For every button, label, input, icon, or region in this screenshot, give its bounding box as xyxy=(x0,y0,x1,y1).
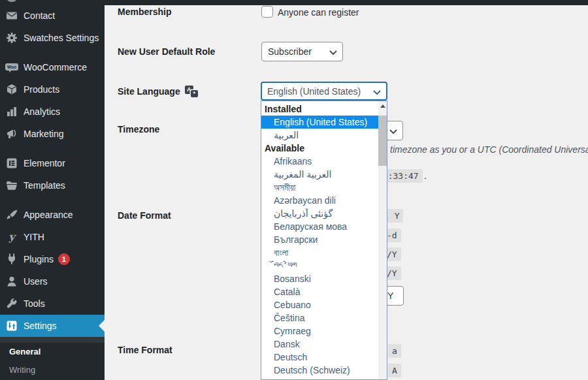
sidebar-item-yith[interactable]: y YITH xyxy=(0,226,105,248)
sidebar-item-label: Analytics xyxy=(24,106,60,117)
default-role-select[interactable]: Subscriber xyxy=(261,42,343,61)
sidebar-item-label: Appearance xyxy=(24,210,73,220)
admin-sidebar: Contact Swatches Settings Woo WooCommerc… xyxy=(0,0,105,380)
sidebar-item-label: YITH xyxy=(24,232,44,242)
site-language-value: English (United States) xyxy=(267,86,361,97)
site-language-dropdown-list: Installed English (United States) العربي… xyxy=(261,101,387,380)
sidebar-item-label: Elementor xyxy=(24,158,65,168)
menu-separator xyxy=(0,49,105,56)
submenu-item-general[interactable]: General xyxy=(0,343,105,361)
chevron-down-icon xyxy=(373,90,381,95)
woocommerce-icon: Woo xyxy=(0,61,24,74)
sidebar-item-users[interactable]: Users xyxy=(0,270,105,293)
site-language-label: Site LanguageA* xyxy=(118,86,201,99)
language-group-header: Available xyxy=(261,142,378,155)
language-option[interactable]: العربية xyxy=(261,129,378,142)
sidebar-item-woocommerce[interactable]: Woo WooCommerce xyxy=(0,56,105,78)
dropdown-scrollbar[interactable] xyxy=(378,101,387,379)
default-role-value: Subscriber xyxy=(268,46,312,57)
sidebar-item-contact[interactable]: Contact xyxy=(0,5,105,27)
sidebar-item-label: Marketing xyxy=(24,129,63,139)
envelope-icon xyxy=(0,9,24,22)
sidebar-item-label: Templates xyxy=(24,180,65,191)
language-option[interactable]: Azərbaycan dili xyxy=(261,194,378,207)
anyone-can-register-checkbox[interactable] xyxy=(261,6,273,18)
time-format-label: Time Format xyxy=(118,345,172,355)
folder-icon xyxy=(0,179,24,192)
language-option[interactable]: অসমীয়া xyxy=(261,181,378,194)
yith-icon: y xyxy=(0,230,24,244)
sidebar-item-label: Swatches Settings xyxy=(24,33,99,43)
language-option[interactable]: العربية المغربية xyxy=(261,168,378,181)
box-icon xyxy=(0,83,24,96)
sidebar-item-label: Settings xyxy=(24,321,57,331)
site-language-select[interactable]: English (United States) xyxy=(261,82,387,101)
anyone-can-register-label[interactable]: Anyone can register xyxy=(278,7,359,18)
sidebar-item-tools[interactable]: Tools xyxy=(0,293,105,315)
elementor-icon xyxy=(0,157,24,170)
language-option-selected[interactable]: English (United States) xyxy=(261,116,378,129)
language-option[interactable]: བོད་ཡིག xyxy=(261,259,378,272)
user-icon xyxy=(0,275,24,288)
language-option[interactable]: Čeština xyxy=(261,311,378,325)
sidebar-item-products[interactable]: Products xyxy=(0,78,105,101)
cropped-icon xyxy=(7,0,17,2)
language-option[interactable]: Deutsch xyxy=(261,351,378,364)
wrench-icon xyxy=(0,297,24,310)
plug-icon xyxy=(0,253,24,266)
chevron-down-icon xyxy=(329,50,337,55)
sidebar-item-label: Products xyxy=(24,84,59,95)
language-option[interactable]: Cebuano xyxy=(261,298,378,311)
svg-text:y: y xyxy=(8,230,16,243)
sliders-icon xyxy=(0,319,24,332)
sidebar-item-label: Tools xyxy=(24,298,45,309)
time-format-code: a xyxy=(388,344,401,358)
language-option[interactable]: Български xyxy=(261,233,378,246)
date-format-label: Date Format xyxy=(118,210,171,221)
submenu-item-writing[interactable]: Writing xyxy=(0,361,105,379)
language-option[interactable]: Deutsch (Schweiz) xyxy=(261,364,378,377)
timezone-label: Timezone xyxy=(118,124,159,135)
sidebar-item-settings[interactable]: Settings xyxy=(0,315,105,337)
sidebar-item-plugins[interactable]: Plugins 1 xyxy=(0,248,105,270)
time-format-code: A xyxy=(388,364,401,377)
default-role-label: New User Default Role xyxy=(118,46,215,57)
bar-chart-icon xyxy=(0,105,24,118)
utc-time-period: . xyxy=(424,170,427,181)
translation-icon: A* xyxy=(185,86,201,99)
brush-icon xyxy=(0,208,24,221)
settings-submenu: General Writing xyxy=(0,337,105,343)
sidebar-item-elementor[interactable]: Elementor xyxy=(0,152,105,174)
sidebar-item-label: Users xyxy=(24,276,48,287)
sidebar-item-label: WooCommerce xyxy=(24,62,87,72)
gear-icon xyxy=(0,31,24,44)
scrollbar-up-arrow[interactable] xyxy=(378,101,387,111)
sidebar-item-label: Plugins xyxy=(24,254,54,264)
sidebar-item-analytics[interactable]: Analytics xyxy=(0,101,105,123)
membership-label: Membership xyxy=(118,7,171,17)
language-option[interactable]: বাংলা xyxy=(261,246,378,259)
chevron-down-icon xyxy=(389,129,397,134)
sidebar-item-marketing[interactable]: Marketing xyxy=(0,123,105,145)
scrollbar-thumb[interactable] xyxy=(378,116,387,166)
menu-separator xyxy=(0,197,105,204)
language-option[interactable]: Català xyxy=(261,285,378,298)
sidebar-item-label: Contact xyxy=(24,10,55,21)
language-group-header: Installed xyxy=(261,103,378,116)
megaphone-icon xyxy=(0,127,24,140)
language-option[interactable]: Bosanski xyxy=(261,272,378,285)
sidebar-item-swatches-settings[interactable]: Swatches Settings xyxy=(0,27,105,49)
language-option[interactable]: Afrikaans xyxy=(261,155,378,168)
general-settings-form: Membership Anyone can register New User … xyxy=(105,0,588,380)
language-option[interactable]: Беларуская мова xyxy=(261,220,378,233)
timezone-description: timezone as you or a UTC (Coordinated Un… xyxy=(390,144,588,155)
current-menu-arrow xyxy=(99,320,105,332)
sidebar-item-appearance[interactable]: Appearance xyxy=(0,204,105,226)
plugins-update-badge: 1 xyxy=(58,253,70,265)
language-option[interactable]: گؤنئی آذربایجان xyxy=(261,207,378,220)
menu-separator xyxy=(0,145,105,152)
sidebar-item-templates[interactable]: Templates xyxy=(0,174,105,197)
language-option[interactable]: Dansk xyxy=(261,338,378,351)
language-option[interactable]: Cymraeg xyxy=(261,325,378,338)
svg-text:Woo: Woo xyxy=(7,65,16,69)
